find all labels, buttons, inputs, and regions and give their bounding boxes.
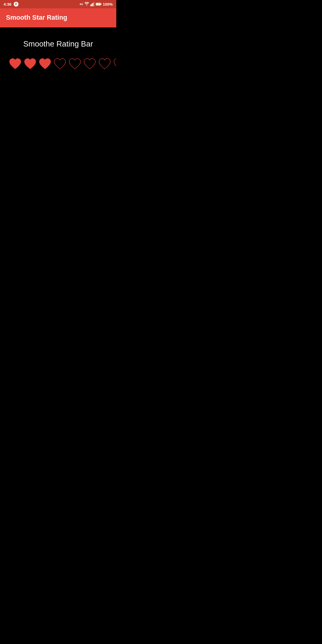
- battery-percent: 100%: [103, 2, 113, 7]
- status-right: 4G ⚡ 100%: [80, 2, 113, 7]
- svg-rect-7: [101, 4, 101, 5]
- rating-bar-label: Smoothe Rating Bar: [6, 39, 110, 49]
- app-title: Smooth Star Rating: [6, 14, 67, 21]
- heart-4[interactable]: [54, 58, 66, 71]
- wifi-icon: [84, 2, 89, 6]
- svg-rect-1: [90, 4, 91, 6]
- heart-5[interactable]: [69, 58, 81, 71]
- heart-2[interactable]: [24, 58, 36, 71]
- svg-rect-3: [92, 3, 93, 6]
- battery-icon: ⚡: [96, 2, 102, 6]
- heart-3[interactable]: [39, 58, 51, 71]
- svg-rect-4: [93, 2, 94, 6]
- status-left: 4:36 P: [4, 2, 18, 7]
- svg-rect-2: [91, 4, 92, 6]
- status-time: 4:36: [4, 2, 11, 7]
- heart-6[interactable]: [83, 58, 96, 71]
- heart-1[interactable]: [9, 58, 21, 71]
- heart-7[interactable]: [98, 58, 111, 71]
- main-content: Smoothe Rating Bar: [0, 27, 116, 236]
- status-bar: 4:36 P 4G ⚡ 100%: [0, 0, 116, 8]
- signal-icon: [90, 2, 95, 6]
- app-bar: Smooth Star Rating: [0, 8, 116, 27]
- hearts-rating-bar[interactable]: [6, 58, 110, 71]
- svg-point-0: [86, 5, 87, 6]
- svg-text:⚡: ⚡: [97, 3, 100, 6]
- 4g-icon: 4G: [80, 3, 83, 6]
- heart-8[interactable]: [113, 58, 116, 71]
- pandora-icon: P: [14, 2, 18, 7]
